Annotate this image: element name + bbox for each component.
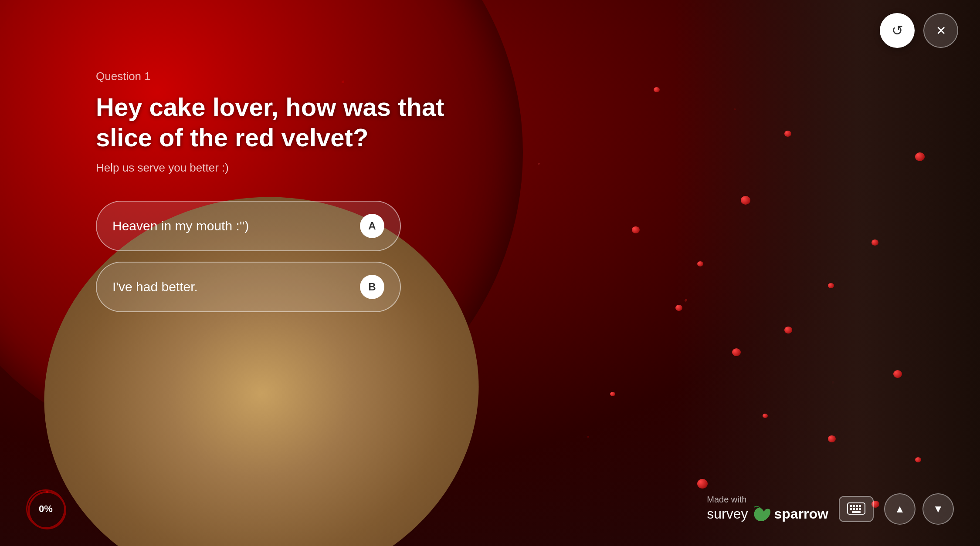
refresh-button[interactable]: ↺	[880, 13, 915, 48]
sparrow-logo-icon	[752, 505, 771, 524]
branding-nav: Made with survey sparrow	[707, 493, 954, 525]
question-subtitle: Help us serve you better :)	[96, 161, 488, 175]
keyboard-button[interactable]	[839, 496, 874, 522]
made-with-text: Made with	[707, 495, 746, 505]
option-a-text: Heaven in my mouth :'')	[112, 219, 249, 233]
chevron-down-icon: ▼	[933, 503, 943, 515]
refresh-icon: ↺	[892, 22, 903, 39]
made-with-brand: Made with survey sparrow	[707, 495, 828, 524]
svg-rect-9	[856, 508, 858, 510]
chevron-up-icon: ▲	[895, 503, 905, 515]
svg-rect-6	[859, 505, 861, 507]
svg-rect-3	[850, 505, 852, 507]
bottom-controls: 0% Made with survey sparrow	[26, 489, 954, 529]
close-icon: ✕	[936, 24, 946, 38]
survey-text: survey	[707, 506, 748, 522]
brand-logo: survey sparrow	[707, 505, 828, 524]
nav-down-button[interactable]: ▼	[922, 493, 954, 525]
keyboard-icon	[847, 502, 866, 516]
options-container: Heaven in my mouth :'') A I've had bette…	[96, 201, 488, 312]
nav-buttons: ▲ ▼	[884, 493, 954, 525]
sparrow-text: sparrow	[774, 506, 828, 522]
top-controls: ↺ ✕	[880, 13, 958, 48]
question-title: Hey cake lover, how was that slice of th…	[96, 92, 488, 152]
option-b-text: I've had better.	[112, 280, 198, 294]
question-number: Question 1	[96, 70, 488, 83]
progress-circle: 0%	[26, 489, 65, 529]
option-a-key: A	[360, 214, 384, 238]
close-button[interactable]: ✕	[923, 13, 958, 48]
svg-rect-4	[853, 505, 855, 507]
svg-rect-8	[853, 508, 855, 510]
progress-value: 0%	[39, 503, 53, 515]
svg-rect-10	[859, 508, 861, 510]
option-b-key: B	[360, 275, 384, 299]
option-a[interactable]: Heaven in my mouth :'') A	[96, 201, 401, 251]
nav-up-button[interactable]: ▲	[884, 493, 916, 525]
question-area: Question 1 Hey cake lover, how was that …	[96, 70, 488, 312]
option-b[interactable]: I've had better. B	[96, 262, 401, 312]
svg-rect-7	[850, 508, 852, 510]
svg-rect-5	[856, 505, 858, 507]
svg-rect-11	[852, 511, 861, 513]
